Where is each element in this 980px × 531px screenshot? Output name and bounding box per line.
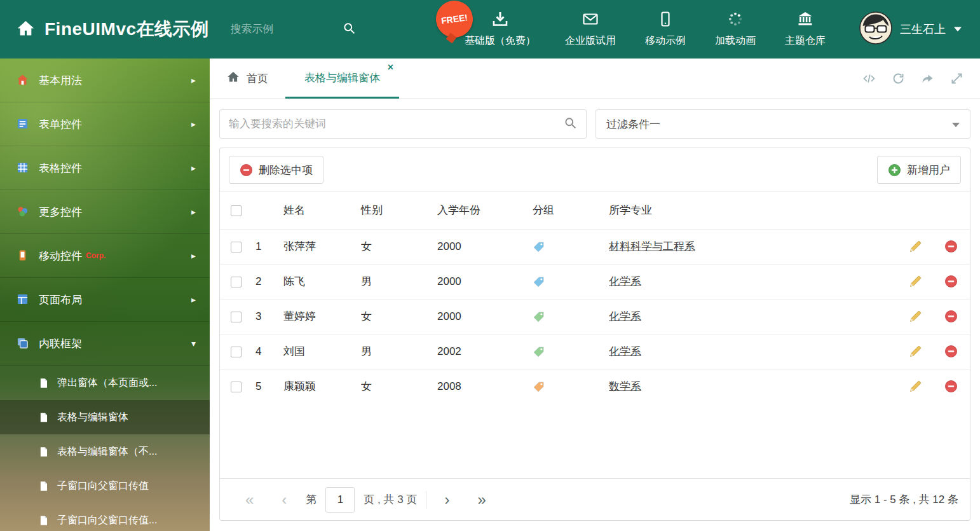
cell-gender: 女 [361,369,437,404]
add-user-button[interactable]: 新增用户 [877,156,961,184]
file-icon [38,446,49,457]
tab-home[interactable]: 首页 [210,59,285,99]
cell-gender: 男 [361,334,437,369]
home-icon [227,71,240,86]
cell-major: 数学系 [609,369,899,404]
sidebar-subitem[interactable]: 弹出窗体（本页面或... [0,366,210,400]
filter-dropdown[interactable]: 过滤条件一 [595,109,970,139]
sidebar-subitem[interactable]: 表格与编辑窗体（不... [0,434,210,469]
layout-icon [17,293,29,306]
chevron-right-icon: ▸ [191,294,196,305]
cell-year: 2002 [437,334,533,369]
sidebar-item[interactable]: 表格控件 ▸ [0,146,210,190]
mobile-icon [657,11,674,30]
top-header: FineUIMvc在线示例 FREE! 基础版（免费） 企业版试用 移动示例 加… [0,0,980,59]
major-link[interactable]: 化学系 [609,275,641,287]
cell-group [533,299,609,334]
major-link[interactable]: 数学系 [609,380,641,392]
sidebar-item[interactable]: 移动控件 Corp. ▸ [0,234,210,278]
sidebar-item[interactable]: 内联框架 ▾ [0,322,210,366]
row-checkbox[interactable] [231,277,242,287]
cell-major: 化学系 [609,334,899,369]
header-nav-item[interactable]: 加载动画 [700,11,770,48]
delete-row-icon[interactable] [944,275,958,288]
page-number-input[interactable] [325,487,355,513]
search-icon[interactable] [564,116,577,132]
edit-row-icon[interactable] [909,240,922,253]
row-checkbox[interactable] [231,382,242,392]
row-checkbox[interactable] [231,312,242,322]
select-all-checkbox[interactable] [231,205,242,216]
edit-row-icon[interactable] [909,345,922,358]
cell-name: 陈飞 [283,264,361,299]
delete-row-icon[interactable] [944,380,958,393]
sidebar-subitem[interactable]: 表格与编辑窗体 [0,400,210,434]
delete-row-icon[interactable] [944,310,958,323]
plus-circle-icon [888,163,901,177]
sidebar-subitem[interactable]: 子窗口向父窗口传值... [0,503,210,531]
cell-name: 张萍萍 [283,229,361,264]
edit-row-icon[interactable] [909,380,922,393]
last-page-icon[interactable]: » [463,492,500,507]
edit-row-icon[interactable] [909,275,922,288]
cell-major: 材料科学与工程系 [609,229,899,264]
filter-row: 过滤条件一 [219,109,970,139]
filter-dropdown-value: 过滤条件一 [606,117,660,132]
main-area: 首页 表格与编辑窗体 × 过滤条件一 [210,59,980,531]
delete-row-icon[interactable] [944,240,958,253]
sidebar-item[interactable]: 表单控件 ▸ [0,102,210,146]
keyword-search-box [219,109,587,139]
delete-row-icon[interactable] [944,345,958,358]
sidebar-subitem[interactable]: 子窗口向父窗口传值 [0,469,210,503]
tab-active[interactable]: 表格与编辑窗体 × [285,59,399,99]
sidebar-item[interactable]: 页面布局 ▸ [0,278,210,322]
row-checkbox[interactable] [231,347,242,357]
col-major: 所学专业 [609,192,899,229]
keyword-search-input[interactable] [229,118,564,130]
content-area: 过滤条件一 删除选中项 新增用户 [210,99,980,531]
file-icon [38,412,49,423]
grid-toolbar: 删除选中项 新增用户 [220,148,970,192]
chevron-down-icon [952,123,960,127]
cell-major: 化学系 [609,299,899,334]
header-nav-item[interactable]: 主题仓库 [770,11,840,48]
delete-selected-button[interactable]: 删除选中项 [229,156,323,184]
row-number: 4 [255,334,283,369]
header-nav-item[interactable]: 企业版试用 [550,11,630,48]
cell-name: 康颖颖 [283,369,361,404]
source-code-icon[interactable] [862,72,876,85]
table-row: 3 董婷婷 女 2000 化学系 [220,299,970,334]
cell-year: 2000 [437,299,533,334]
tab-close-icon[interactable]: × [388,62,393,72]
open-new-window-icon[interactable] [921,72,934,85]
fullscreen-icon[interactable] [950,72,963,85]
minus-circle-icon [240,163,253,177]
prev-page-icon[interactable]: ‹ [268,492,301,507]
tab-bar: 首页 表格与编辑窗体 × [210,59,980,99]
sidebar-item[interactable]: 更多控件 ▸ [0,190,210,234]
record-summary: 显示 1 - 5 条 , 共 12 条 [850,492,958,507]
refresh-icon[interactable] [892,72,905,85]
first-page-icon[interactable]: « [231,492,268,507]
major-link[interactable]: 化学系 [609,345,641,357]
cell-gender: 女 [361,299,437,334]
edit-row-icon[interactable] [909,310,922,323]
tag-icon [533,311,545,323]
app-title: FineUIMvc在线示例 [44,17,209,41]
header-nav-item[interactable]: 移动示例 [630,11,700,48]
brand[interactable]: FineUIMvc在线示例 [0,17,209,41]
tag-icon [533,346,545,358]
search-icon[interactable] [343,22,356,38]
major-link[interactable]: 化学系 [609,310,641,322]
major-link[interactable]: 材料科学与工程系 [609,240,695,252]
cell-year: 2000 [437,229,533,264]
row-checkbox[interactable] [231,242,242,252]
chevron-right-icon: ▸ [191,75,196,85]
sidebar-item[interactable]: 基本用法 ▸ [0,59,210,102]
envelope-icon [582,11,599,30]
col-year: 入学年份 [437,192,533,229]
grid-panel: 删除选中项 新增用户 姓名 性别 [219,148,970,521]
user-menu[interactable]: 三生石上 [840,11,980,47]
header-search-input[interactable] [231,23,326,36]
next-page-icon[interactable]: › [430,492,463,507]
